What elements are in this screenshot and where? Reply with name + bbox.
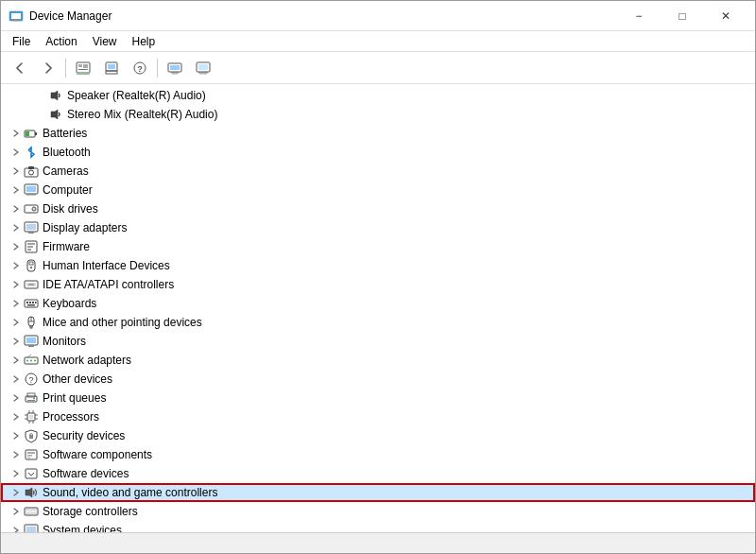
- icon-otherdevices: ?: [24, 372, 39, 387]
- tree-item-networkadapters[interactable]: Network adapters: [1, 351, 755, 370]
- tree-item-systemdevices[interactable]: System devices: [1, 521, 755, 532]
- icon-computer: [24, 182, 39, 198]
- icon-securitydevices: [24, 428, 39, 443]
- svg-rect-9: [77, 73, 90, 75]
- menu-help[interactable]: Help: [125, 33, 163, 50]
- expand-arrow-cameras[interactable]: [9, 164, 24, 179]
- tree-item-stereo[interactable]: Stereo Mix (Realtek(R) Audio): [1, 105, 755, 124]
- tree-item-securitydevices[interactable]: Security devices: [1, 426, 755, 445]
- label-soundvideo: Sound, video and game controllers: [43, 486, 217, 499]
- tree-item-processors[interactable]: Processors: [1, 407, 755, 426]
- svg-point-36: [34, 209, 35, 210]
- toolbar-update-driver[interactable]: [98, 56, 125, 80]
- expand-arrow-storagecontrollers[interactable]: [9, 504, 24, 519]
- tree-item-computer[interactable]: Computer: [1, 181, 755, 199]
- toolbar-forward[interactable]: [35, 56, 61, 80]
- svg-rect-20: [198, 64, 208, 70]
- svg-point-65: [30, 360, 32, 362]
- toolbar-help[interactable]: ?: [127, 56, 153, 80]
- expand-arrow-speaker[interactable]: [35, 88, 48, 103]
- expand-arrow-processors[interactable]: [9, 409, 24, 424]
- svg-rect-72: [27, 400, 35, 401]
- expand-arrow-softwaredevices[interactable]: [9, 466, 24, 481]
- tree-item-cameras[interactable]: Cameras: [1, 162, 755, 181]
- tree-item-mice[interactable]: Mice and other pointing devices: [1, 313, 755, 332]
- expand-arrow-hid[interactable]: [9, 258, 24, 273]
- tree-item-speaker[interactable]: Speaker (Realtek(R) Audio): [1, 86, 755, 105]
- icon-bluetooth: [24, 145, 39, 160]
- tree-item-bluetooth[interactable]: Bluetooth: [1, 143, 755, 162]
- expand-arrow-systemdevices[interactable]: [9, 523, 24, 532]
- maximize-button[interactable]: □: [661, 1, 704, 31]
- tree-item-otherdevices[interactable]: ?Other devices: [1, 370, 755, 389]
- expand-arrow-keyboards[interactable]: [9, 296, 24, 311]
- toolbar-sep-1: [65, 59, 66, 78]
- menu-view[interactable]: View: [85, 33, 125, 50]
- svg-rect-26: [35, 132, 37, 135]
- tree-item-displayadapters[interactable]: Display adapters: [1, 218, 755, 237]
- label-cameras: Cameras: [43, 164, 89, 178]
- expand-arrow-stereo[interactable]: [35, 107, 48, 122]
- expand-arrow-printqueues[interactable]: [9, 390, 24, 406]
- icon-batteries: [24, 126, 39, 141]
- tree-item-keyboards[interactable]: Keyboards: [1, 294, 755, 313]
- window-icon: [9, 9, 24, 24]
- tree-item-printqueues[interactable]: Print queues: [1, 389, 755, 407]
- menu-file[interactable]: File: [5, 33, 38, 50]
- label-processors: Processors: [43, 410, 99, 424]
- icon-stereo: [48, 107, 63, 122]
- expand-arrow-networkadapters[interactable]: [9, 353, 24, 368]
- expand-arrow-soundvideo[interactable]: [9, 485, 24, 500]
- label-softwaredevices: Software devices: [43, 467, 129, 480]
- toolbar-scan[interactable]: [162, 56, 188, 80]
- expand-arrow-diskdrives[interactable]: [9, 201, 24, 216]
- tree-item-softwaredevices[interactable]: Software devices: [1, 464, 755, 483]
- status-bar: [1, 532, 755, 553]
- expand-arrow-otherdevices[interactable]: [9, 372, 24, 387]
- expand-arrow-displayadapters[interactable]: [9, 220, 24, 235]
- toolbar-properties[interactable]: [70, 56, 96, 80]
- label-hid: Human Interface Devices: [43, 259, 170, 272]
- svg-point-59: [30, 326, 33, 329]
- tree-item-diskdrives[interactable]: Disk drives: [1, 199, 755, 218]
- tree-item-ide[interactable]: IDE ATA/ATAPI controllers: [1, 275, 755, 294]
- tree-item-soundvideo[interactable]: Sound, video and game controllers: [1, 483, 755, 502]
- svg-rect-21: [198, 72, 208, 74]
- expand-arrow-computer[interactable]: [9, 182, 24, 198]
- close-button[interactable]: ✕: [704, 1, 747, 31]
- toolbar-back[interactable]: [7, 56, 33, 80]
- expand-arrow-softwarecomponents[interactable]: [9, 447, 24, 462]
- main-content: Speaker (Realtek(R) Audio)Stereo Mix (Re…: [1, 84, 755, 532]
- svg-marker-23: [51, 91, 58, 100]
- svg-rect-52: [29, 302, 31, 303]
- svg-marker-24: [51, 110, 58, 119]
- tree-item-batteries[interactable]: Batteries: [1, 124, 755, 143]
- toolbar-devmgr[interactable]: [190, 56, 216, 80]
- svg-text:?: ?: [28, 375, 33, 385]
- label-printqueues: Print queues: [43, 391, 106, 405]
- tree-item-storagecontrollers[interactable]: Storage controllers: [1, 502, 755, 521]
- tree-item-firmware[interactable]: Firmware: [1, 237, 755, 256]
- expand-arrow-firmware[interactable]: [9, 239, 24, 254]
- tree-item-monitors[interactable]: Monitors: [1, 332, 755, 351]
- label-diskdrives: Disk drives: [43, 202, 98, 216]
- expand-arrow-ide[interactable]: [9, 277, 24, 292]
- expand-arrow-securitydevices[interactable]: [9, 428, 24, 443]
- tree-item-softwarecomponents[interactable]: Software components: [1, 445, 755, 464]
- expand-arrow-batteries[interactable]: [9, 126, 24, 141]
- minimize-button[interactable]: −: [617, 1, 661, 31]
- device-tree[interactable]: Speaker (Realtek(R) Audio)Stereo Mix (Re…: [1, 84, 755, 532]
- expand-arrow-mice[interactable]: [9, 315, 24, 330]
- svg-rect-38: [26, 224, 36, 230]
- svg-rect-39: [28, 232, 34, 234]
- svg-point-29: [29, 170, 34, 175]
- label-stereo: Stereo Mix (Realtek(R) Audio): [67, 108, 217, 121]
- svg-rect-45: [29, 262, 33, 265]
- menu-action[interactable]: Action: [38, 33, 84, 50]
- toolbar-sep-2: [157, 59, 158, 78]
- expand-arrow-monitors[interactable]: [9, 334, 24, 349]
- icon-displayadapters: [24, 220, 39, 235]
- tree-item-hid[interactable]: Human Interface Devices: [1, 256, 755, 275]
- svg-rect-11: [108, 64, 115, 69]
- expand-arrow-bluetooth[interactable]: [9, 145, 24, 160]
